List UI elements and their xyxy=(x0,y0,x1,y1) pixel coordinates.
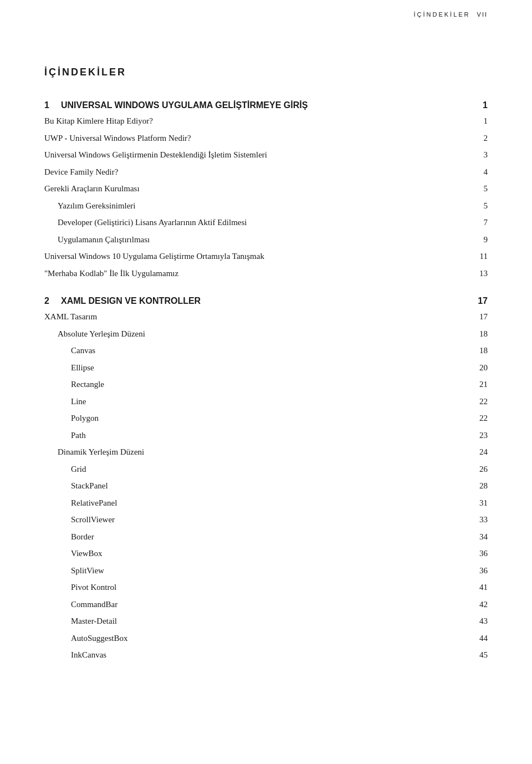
toc-entry-ch1-8: Universal Windows 10 Uygulama Geliştirme… xyxy=(44,250,488,263)
chapter-page-1: 1 xyxy=(471,100,488,110)
entry-text-ch1-1: UWP - Universal Windows Platform Nedir? xyxy=(44,132,471,145)
toc-content: 1UNIVERSAL WINDOWS UYGULAMA GELİŞTİRMEYE… xyxy=(44,100,488,661)
toc-entry-ch1-2: Universal Windows Geliştirmenin Destekle… xyxy=(44,149,488,161)
entry-text-ch2-15: SplitView xyxy=(44,564,471,577)
entry-text-ch1-5: Yazılım Gereksinimleri xyxy=(44,200,471,212)
toc-entry-ch2-9: Grid26 xyxy=(44,463,488,476)
entry-page-ch1-3: 4 xyxy=(471,166,488,179)
entry-text-ch1-2: Universal Windows Geliştirmenin Destekle… xyxy=(44,149,471,161)
entry-text-ch1-8: Universal Windows 10 Uygulama Geliştirme… xyxy=(44,250,471,263)
entry-page-ch2-2: 18 xyxy=(471,344,488,357)
entry-page-ch2-7: 23 xyxy=(471,429,488,442)
chapter-content-1: UNIVERSAL WINDOWS UYGULAMA GELİŞTİRMEYE … xyxy=(61,100,488,110)
entry-page-ch2-5: 22 xyxy=(471,395,488,408)
entry-page-ch2-4: 21 xyxy=(471,378,488,391)
entry-page-ch2-13: 34 xyxy=(471,531,488,543)
entry-text-ch2-10: StackPanel xyxy=(44,480,471,492)
entry-text-ch2-18: Master-Detail xyxy=(44,615,471,628)
entry-text-ch1-4: Gerekli Araçların Kurulması xyxy=(44,182,471,195)
main-title: İÇİNDEKİLER xyxy=(44,67,488,78)
header-page-num: VII xyxy=(477,11,488,18)
entry-page-ch2-20: 45 xyxy=(471,649,488,661)
entry-page-ch1-8: 11 xyxy=(471,250,488,263)
entry-text-ch1-0: Bu Kitap Kimlere Hitap Ediyor? xyxy=(44,115,471,128)
entry-text-ch2-3: Ellipse xyxy=(44,361,471,374)
header-bar: İÇİNDEKİLER VII xyxy=(413,11,488,18)
entry-text-ch1-3: Device Family Nedir? xyxy=(44,166,471,179)
entry-page-ch1-4: 5 xyxy=(471,182,488,195)
toc-entry-ch1-6: Developer (Geliştirici) Lisans Ayarların… xyxy=(44,216,488,229)
entry-page-ch2-0: 17 xyxy=(471,310,488,323)
toc-entry-ch2-20: InkCanvas45 xyxy=(44,649,488,661)
chapter-number-2: 2 xyxy=(44,296,61,306)
entry-text-ch2-7: Path xyxy=(44,429,471,442)
toc-entry-ch2-10: StackPanel28 xyxy=(44,480,488,492)
chapter-title-2: XAML DESIGN VE KONTROLLER xyxy=(61,296,212,306)
entry-page-ch2-18: 43 xyxy=(471,615,488,628)
entry-text-ch2-0: XAML Tasarım xyxy=(44,310,471,323)
entry-page-ch2-16: 41 xyxy=(471,581,488,594)
entry-text-ch2-5: Line xyxy=(44,395,471,408)
toc-entry-ch2-8: Dinamik Yerleşim Düzeni24 xyxy=(44,446,488,459)
entry-text-ch1-6: Developer (Geliştirici) Lisans Ayarların… xyxy=(44,216,471,229)
entry-page-ch2-17: 42 xyxy=(471,598,488,611)
entry-page-ch2-15: 36 xyxy=(471,564,488,577)
toc-entry-ch2-6: Polygon22 xyxy=(44,412,488,425)
entry-text-ch2-11: RelativePanel xyxy=(44,497,471,510)
toc-entry-ch2-16: Pivot Kontrol41 xyxy=(44,581,488,594)
entry-page-ch2-6: 22 xyxy=(471,412,488,425)
entry-text-ch2-9: Grid xyxy=(44,463,471,476)
chapter-title-1: UNIVERSAL WINDOWS UYGULAMA GELİŞTİRMEYE … xyxy=(61,100,319,110)
toc-entry-ch1-9: "Merhaba Kodlab" İle İlk Uygulamamız13 xyxy=(44,267,488,280)
entry-text-ch1-7: Uygulamanın Çalıştırılması xyxy=(44,233,471,246)
entry-page-ch1-9: 13 xyxy=(471,267,488,280)
chapter-content-2: XAML DESIGN VE KONTROLLER17 xyxy=(61,296,488,306)
entry-page-ch2-3: 20 xyxy=(471,361,488,374)
toc-entry-ch1-3: Device Family Nedir?4 xyxy=(44,166,488,179)
entry-page-ch1-6: 7 xyxy=(471,216,488,229)
toc-entry-ch1-1: UWP - Universal Windows Platform Nedir?2 xyxy=(44,132,488,145)
toc-entry-ch2-11: RelativePanel31 xyxy=(44,497,488,510)
entry-text-ch2-12: ScrollViewer xyxy=(44,513,471,526)
toc-entry-ch1-7: Uygulamanın Çalıştırılması9 xyxy=(44,233,488,246)
entry-text-ch2-6: Polygon xyxy=(44,412,471,425)
toc-entry-ch1-4: Gerekli Araçların Kurulması5 xyxy=(44,182,488,195)
toc-entry-ch2-19: AutoSuggestBox44 xyxy=(44,632,488,645)
entry-text-ch2-1: Absolute Yerleşim Düzeni xyxy=(44,328,471,340)
entry-page-ch2-12: 33 xyxy=(471,513,488,526)
toc-entry-ch2-18: Master-Detail43 xyxy=(44,615,488,628)
chapter-number-1: 1 xyxy=(44,100,61,110)
entry-text-ch2-17: CommandBar xyxy=(44,598,471,611)
entry-page-ch1-7: 9 xyxy=(471,233,488,246)
entry-page-ch2-1: 18 xyxy=(471,328,488,340)
toc-entry-ch2-4: Rectangle21 xyxy=(44,378,488,391)
chapter-1: 1UNIVERSAL WINDOWS UYGULAMA GELİŞTİRMEYE… xyxy=(44,100,488,110)
toc-entry-ch2-2: Canvas18 xyxy=(44,344,488,357)
entry-text-ch2-8: Dinamik Yerleşim Düzeni xyxy=(44,446,471,459)
entry-text-ch2-19: AutoSuggestBox xyxy=(44,632,471,645)
chapter-2: 2XAML DESIGN VE KONTROLLER17 xyxy=(44,296,488,306)
entry-page-ch2-14: 36 xyxy=(471,547,488,560)
entry-text-ch2-4: Rectangle xyxy=(44,378,471,391)
entry-page-ch1-1: 2 xyxy=(471,132,488,145)
entry-page-ch1-2: 3 xyxy=(471,149,488,161)
toc-entry-ch2-0: XAML Tasarım17 xyxy=(44,310,488,323)
entry-text-ch2-13: Border xyxy=(44,531,471,543)
entry-page-ch2-10: 28 xyxy=(471,480,488,492)
entry-page-ch2-9: 26 xyxy=(471,463,488,476)
entry-page-ch2-19: 44 xyxy=(471,632,488,645)
entry-page-ch2-11: 31 xyxy=(471,497,488,510)
toc-entry-ch2-13: Border34 xyxy=(44,531,488,543)
entry-page-ch2-8: 24 xyxy=(471,446,488,459)
toc-entry-ch1-0: Bu Kitap Kimlere Hitap Ediyor?1 xyxy=(44,115,488,128)
header-title: İÇİNDEKİLER xyxy=(413,11,470,18)
entry-text-ch1-9: "Merhaba Kodlab" İle İlk Uygulamamız xyxy=(44,267,471,280)
chapter-page-2: 17 xyxy=(471,296,488,306)
toc-entry-ch2-5: Line22 xyxy=(44,395,488,408)
toc-entry-ch2-1: Absolute Yerleşim Düzeni18 xyxy=(44,328,488,340)
toc-entry-ch2-3: Ellipse20 xyxy=(44,361,488,374)
entry-text-ch2-20: InkCanvas xyxy=(44,649,471,661)
entry-text-ch2-14: ViewBox xyxy=(44,547,471,560)
page-container: İÇİNDEKİLER VII İÇİNDEKİLER 1UNIVERSAL W… xyxy=(0,0,532,764)
entry-text-ch2-16: Pivot Kontrol xyxy=(44,581,471,594)
